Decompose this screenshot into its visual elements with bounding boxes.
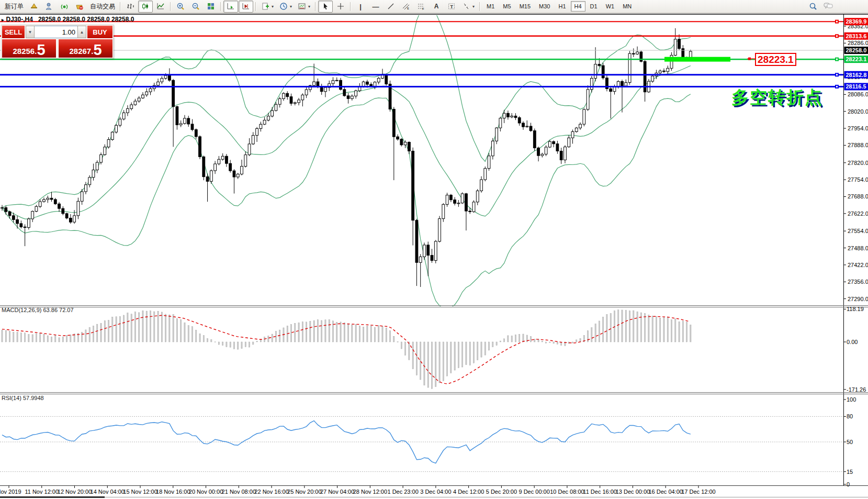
timeframe-MN[interactable]: MN (619, 1, 635, 12)
sell-price-main: 28256 (13, 47, 35, 55)
svg-text:17 Dec 12:00: 17 Dec 12:00 (681, 489, 715, 495)
svg-text:11 Dec 16:00: 11 Dec 16:00 (583, 489, 617, 495)
svg-text:28369.9: 28369.9 (846, 18, 867, 25)
template-button[interactable]: ▾ (295, 1, 313, 13)
dropdown-caret-icon: ▾ (290, 4, 292, 9)
zoom-in-icon[interactable] (173, 1, 188, 13)
dropdown-caret-icon: ▾ (472, 4, 475, 9)
search-icon[interactable] (806, 1, 820, 13)
shapes-tool-button[interactable]: ▾ (459, 1, 477, 13)
svg-text:11 Nov 12:00: 11 Nov 12:00 (25, 489, 59, 495)
auto-trading-button[interactable]: 自动交易 (87, 1, 118, 13)
bar-chart-icon[interactable] (123, 1, 138, 13)
timeframe-D1[interactable]: D1 (587, 1, 601, 12)
svg-text:28020.0: 28020.0 (848, 108, 868, 115)
svg-text:16 Dec 04:00: 16 Dec 04:00 (648, 489, 682, 495)
tile-windows-icon[interactable] (204, 1, 218, 13)
sell-price-fraction: 5 (37, 43, 45, 57)
timeframe-M5[interactable]: M5 (499, 1, 514, 12)
equidistant-channel-icon[interactable]: E (399, 1, 413, 13)
chat-icon[interactable] (821, 1, 836, 13)
horizontal-line-icon[interactable]: — (368, 1, 383, 13)
svg-text:21 Nov 08:00: 21 Nov 08:00 (222, 489, 256, 495)
volume-input[interactable] (35, 26, 77, 38)
auto-scroll-icon[interactable] (223, 1, 238, 13)
zoom-out-icon[interactable] (188, 1, 203, 13)
hat-icon[interactable] (27, 1, 41, 13)
collapse-triangle-icon[interactable]: ▸ (2, 17, 4, 23)
cursor-icon[interactable] (318, 1, 333, 13)
vertical-line-icon[interactable]: | (353, 1, 368, 13)
timeframe-M15[interactable]: M15 (516, 1, 534, 12)
period-button[interactable]: ▾ (277, 1, 295, 13)
macd-panel (2, 310, 691, 389)
buy-price-button[interactable]: 28267.5 (58, 39, 113, 58)
svg-text:118.19: 118.19 (847, 306, 864, 312)
svg-text:28116.5: 28116.5 (846, 83, 866, 90)
toolbar-separator (315, 2, 316, 11)
svg-text:27554.0: 27554.0 (848, 228, 868, 234)
svg-text:-171.26: -171.26 (847, 386, 866, 393)
line-chart-icon[interactable] (153, 1, 168, 13)
svg-text:27488.0: 27488.0 (848, 245, 868, 251)
profile-icon[interactable] (42, 1, 57, 13)
fibonacci-icon[interactable]: F (414, 1, 429, 13)
price-axis[interactable]: 28352.028286.028220.028154.028086.028020… (844, 18, 868, 487)
support-highlight-bar[interactable] (664, 57, 730, 62)
svg-text:50: 50 (847, 439, 853, 445)
toolbar-separator (350, 2, 351, 11)
add-indicator-button[interactable]: ▾ (258, 1, 276, 13)
chart-window: 28352.028286.028220.028154.028086.028020… (0, 14, 868, 499)
svg-text:28313.6: 28313.6 (846, 33, 867, 39)
toolbar-separator (120, 2, 121, 11)
turning-point-annotation[interactable]: 多空转折点 (731, 86, 823, 109)
text-label-tool-icon[interactable]: T (444, 1, 459, 13)
buy-price-fraction: 5 (93, 43, 102, 57)
timeframe-W1[interactable]: W1 (602, 1, 618, 12)
crosshair-icon[interactable] (333, 1, 348, 13)
svg-text:4 Dec 12:00: 4 Dec 12:00 (453, 489, 484, 495)
svg-text:9 Dec 00:00: 9 Dec 00:00 (518, 489, 549, 495)
main-toolbar: 新订单 自动交易 ▾ ▾ ▾ (0, 0, 868, 13)
toolbar-separator (479, 2, 480, 11)
svg-text:E: E (407, 7, 409, 10)
timeframe-toolbar: M1M5M15M30H1H4D1W1MN (482, 1, 636, 12)
svg-text:12 Nov 20:00: 12 Nov 20:00 (58, 489, 92, 495)
svg-text:80: 80 (847, 413, 853, 419)
svg-text:27356.0: 27356.0 (848, 279, 868, 285)
volume-decrease-button[interactable]: ▼ (26, 26, 35, 38)
horizontal-level-lines[interactable] (0, 20, 843, 88)
timeframe-H4[interactable]: H4 (571, 1, 585, 12)
svg-text:1 Dec 23:00: 1 Dec 23:00 (387, 489, 418, 495)
svg-text:28162.8: 28162.8 (846, 72, 867, 78)
date-axis[interactable]: Nov 201911 Nov 12:0012 Nov 20:0014 Nov 0… (0, 486, 716, 495)
timeframe-H1[interactable]: H1 (555, 1, 569, 12)
signal-icon[interactable] (57, 1, 72, 13)
svg-text:27 Nov 04:00: 27 Nov 04:00 (320, 489, 354, 495)
trendline-icon[interactable] (384, 1, 398, 13)
svg-text:28086.0: 28086.0 (848, 91, 868, 97)
svg-text:27820.0: 27820.0 (848, 160, 868, 166)
sell-button[interactable]: SELL (2, 25, 25, 39)
toolbar-separator (220, 2, 221, 11)
market-icon[interactable] (72, 1, 87, 13)
svg-text:0: 0 (847, 481, 850, 487)
timeframe-M1[interactable]: M1 (483, 1, 498, 12)
volume-increase-button[interactable]: ▲ (77, 26, 86, 38)
text-tool-icon[interactable]: A (429, 1, 444, 13)
chart-shift-icon[interactable] (239, 1, 253, 13)
svg-text:Nov 2019: Nov 2019 (0, 489, 21, 495)
svg-text:14 Nov 04:00: 14 Nov 04:00 (91, 489, 125, 495)
timeframe-M30[interactable]: M30 (535, 1, 554, 12)
one-click-trading-panel: SELL ▼ ▲ BUY 28256.5 28267.5 (1, 25, 114, 59)
svg-text:25 Nov 20:00: 25 Nov 20:00 (287, 489, 321, 495)
new-order-button[interactable]: 新订单 (2, 1, 26, 13)
svg-text:28223.1: 28223.1 (846, 56, 867, 62)
volume-control: ▼ ▲ (25, 25, 87, 39)
svg-text:27422.0: 27422.0 (848, 262, 868, 268)
sell-price-button[interactable]: 28256.5 (2, 39, 57, 58)
price-callout-label[interactable]: 28223.1 (755, 53, 796, 66)
ohlc-values: 28258.0 28258.0 28258.0 28258.0 (38, 16, 134, 23)
candlestick-chart-icon[interactable] (138, 1, 153, 13)
buy-button[interactable]: BUY (87, 25, 113, 39)
